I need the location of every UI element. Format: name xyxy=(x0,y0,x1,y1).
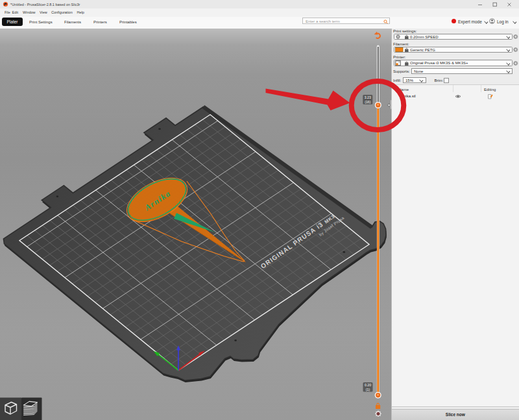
svg-text:0.20: 0.20 xyxy=(365,383,371,387)
svg-text:3.23: 3.23 xyxy=(365,95,371,99)
svg-text:(16): (16) xyxy=(365,99,370,103)
svg-text:(1): (1) xyxy=(366,387,370,391)
